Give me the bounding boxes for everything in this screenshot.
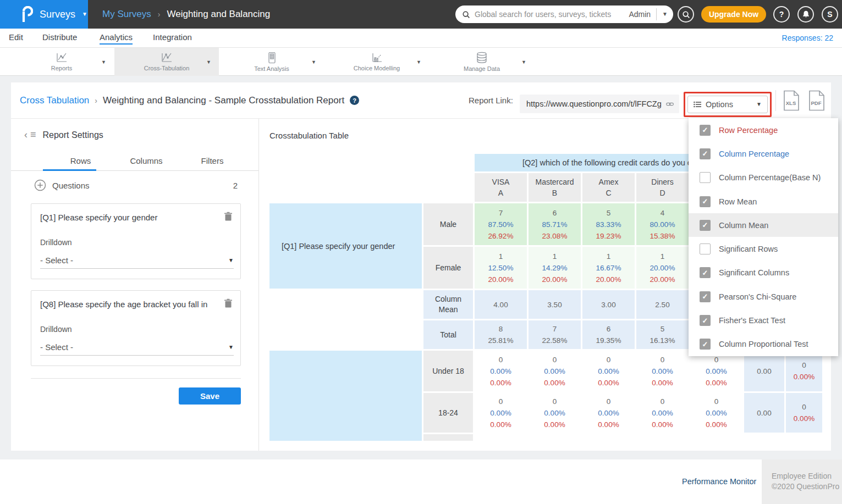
collapse-panel-icon[interactable]: ‹ ≡ bbox=[24, 129, 36, 141]
col-pct: 15.38% bbox=[650, 230, 675, 242]
survey-nav: Edit Distribute Analytics Integration Re… bbox=[0, 29, 842, 48]
nav-edit[interactable]: Edit bbox=[9, 32, 23, 43]
option-column-percentage[interactable]: Column Percentage bbox=[689, 142, 838, 165]
breadcrumb-my-surveys[interactable]: My Surveys bbox=[102, 9, 151, 20]
performance-monitor-link[interactable]: Performance Monitor bbox=[682, 477, 756, 486]
row-pct: 16.67% bbox=[596, 262, 621, 274]
option-significant-columns[interactable]: Significant Columns bbox=[689, 261, 838, 285]
tool-cross-tabulation[interactable]: Cross-Tabulation ▼ bbox=[114, 48, 219, 76]
line-chart-icon bbox=[55, 52, 68, 63]
tool-choice-modelling[interactable]: Choice Modelling ▼ bbox=[324, 48, 429, 76]
option-row-mean[interactable]: Row Mean bbox=[689, 190, 838, 213]
search-input[interactable] bbox=[475, 10, 629, 19]
count: 7 bbox=[553, 323, 557, 335]
delete-icon[interactable] bbox=[224, 212, 233, 221]
option-row-percentage[interactable]: Row Percentage bbox=[689, 118, 838, 142]
chevron-down-icon[interactable]: ▼ bbox=[206, 59, 211, 65]
avatar-letter: S bbox=[827, 10, 832, 19]
crosstab-cell: 00.00%0.00% bbox=[690, 351, 742, 391]
tab-rows[interactable]: Rows bbox=[60, 156, 101, 165]
drilldown-label: Drilldown bbox=[40, 238, 72, 247]
count: 7 bbox=[499, 207, 503, 219]
checkbox[interactable] bbox=[700, 220, 711, 231]
svg-text:PDF: PDF bbox=[811, 100, 822, 106]
help-icon[interactable]: ? bbox=[350, 96, 359, 105]
chevron-down-icon[interactable]: ▼ bbox=[416, 59, 421, 65]
col-pct: 0.00% bbox=[652, 377, 673, 389]
save-button[interactable]: Save bbox=[179, 387, 241, 405]
cross-tabulation-link[interactable]: Cross Tabulation bbox=[20, 95, 89, 106]
crosstab-cell: 0.00 bbox=[744, 393, 784, 433]
option-fishers-exact-test[interactable]: Fisher's Exact Test bbox=[689, 308, 838, 332]
options-button[interactable]: Options ▼ bbox=[687, 96, 768, 113]
total-pct: 19.35% bbox=[596, 335, 621, 346]
drilldown-select[interactable]: - Select - ▼ bbox=[40, 252, 234, 269]
checkbox[interactable] bbox=[700, 267, 711, 278]
checkbox[interactable] bbox=[700, 339, 711, 350]
report-settings-header[interactable]: ‹ ≡ Report Settings bbox=[24, 129, 103, 141]
copyright-label: ©2020 QuestionPro bbox=[772, 481, 842, 492]
row-pct: 0.00% bbox=[490, 365, 511, 377]
option-pearsons-chi-square[interactable]: Pearson's Chi-Square bbox=[689, 285, 838, 308]
option-significant-rows[interactable]: Significant Rows bbox=[689, 237, 838, 261]
tool-text-analysis[interactable]: Text Analysis ▼ bbox=[219, 48, 324, 76]
row-label-under-18: Under 18 bbox=[423, 351, 473, 391]
row-pct: 0.00% bbox=[706, 407, 727, 419]
col-header-amex: AmexC bbox=[582, 173, 635, 202]
crosstab-cell: 2.50 bbox=[636, 290, 689, 319]
export-xls-button[interactable]: XLS bbox=[783, 90, 800, 111]
search-scope-selector[interactable]: Admin bbox=[629, 10, 651, 19]
user-avatar[interactable]: S bbox=[822, 6, 838, 23]
delete-icon[interactable] bbox=[224, 298, 233, 308]
nav-analytics[interactable]: Analytics bbox=[100, 32, 133, 45]
tool-manage-data[interactable]: Manage Data ▼ bbox=[430, 48, 534, 76]
tab-columns[interactable]: Columns bbox=[119, 156, 174, 165]
crosstab-cell: 120.00%20.00% bbox=[636, 247, 689, 289]
chevron-down-icon[interactable]: ▼ bbox=[521, 59, 526, 65]
count: 0 bbox=[607, 396, 611, 407]
export-pdf-button[interactable]: PDF bbox=[808, 90, 825, 111]
nav-distribute[interactable]: Distribute bbox=[42, 32, 77, 43]
checkbox[interactable] bbox=[700, 148, 711, 159]
questionpro-logo-icon bbox=[21, 6, 33, 23]
chevron-down-icon: ▼ bbox=[228, 345, 234, 350]
checkbox[interactable] bbox=[700, 315, 711, 326]
checkbox[interactable] bbox=[700, 172, 711, 183]
crosstab-cell: 0.00 bbox=[744, 351, 784, 391]
search-scope-caret-icon[interactable]: ▼ bbox=[662, 12, 668, 17]
search-icon bbox=[462, 10, 470, 19]
count: 0 bbox=[553, 354, 557, 365]
checkbox[interactable] bbox=[700, 291, 711, 302]
checkbox[interactable] bbox=[700, 125, 711, 136]
crosstab-cell: 00.00%0.00% bbox=[582, 393, 635, 433]
search-submit-button[interactable] bbox=[678, 6, 694, 23]
notifications-button[interactable] bbox=[797, 6, 814, 23]
tab-filters[interactable]: Filters bbox=[188, 156, 237, 165]
nav-integration[interactable]: Integration bbox=[153, 32, 192, 43]
option-column-mean[interactable]: Column Mean bbox=[689, 213, 838, 237]
footer: Performance Monitor Employee Edition ©20… bbox=[0, 459, 842, 504]
help-button[interactable]: ? bbox=[773, 6, 790, 23]
count: 0 bbox=[802, 401, 806, 413]
add-question-button[interactable] bbox=[34, 179, 46, 191]
col-pct: 26.92% bbox=[488, 230, 514, 242]
col-pct: 0.00% bbox=[598, 419, 619, 430]
crosstab-cell: 4.00 bbox=[475, 290, 527, 319]
report-url[interactable]: https://www.questionpro.com/t/lFFCZg bbox=[526, 99, 662, 108]
chevron-down-icon[interactable]: ▼ bbox=[311, 59, 316, 65]
drilldown-select[interactable]: - Select - ▼ bbox=[40, 339, 234, 356]
link-icon[interactable] bbox=[666, 101, 674, 107]
col-pct: 20.00% bbox=[488, 274, 514, 285]
total-pct: 25.81% bbox=[488, 335, 514, 346]
tool-reports[interactable]: Reports ▼ bbox=[9, 48, 114, 76]
product-switcher[interactable]: Surveys ▼ bbox=[0, 0, 88, 29]
option-column-percentage-base-n[interactable]: Column Percentage(Base N) bbox=[689, 166, 838, 190]
checkbox[interactable] bbox=[700, 243, 711, 254]
choice-modelling-icon bbox=[370, 52, 383, 63]
checkbox[interactable] bbox=[700, 196, 711, 207]
row-pct: 80.00% bbox=[650, 219, 675, 230]
chevron-down-icon[interactable]: ▼ bbox=[101, 59, 106, 65]
upgrade-now-button[interactable]: Upgrade Now bbox=[701, 6, 766, 23]
crosstab-cell: 00.00% bbox=[786, 393, 822, 433]
option-column-proportional-test[interactable]: Column Proportional Test bbox=[689, 333, 838, 356]
